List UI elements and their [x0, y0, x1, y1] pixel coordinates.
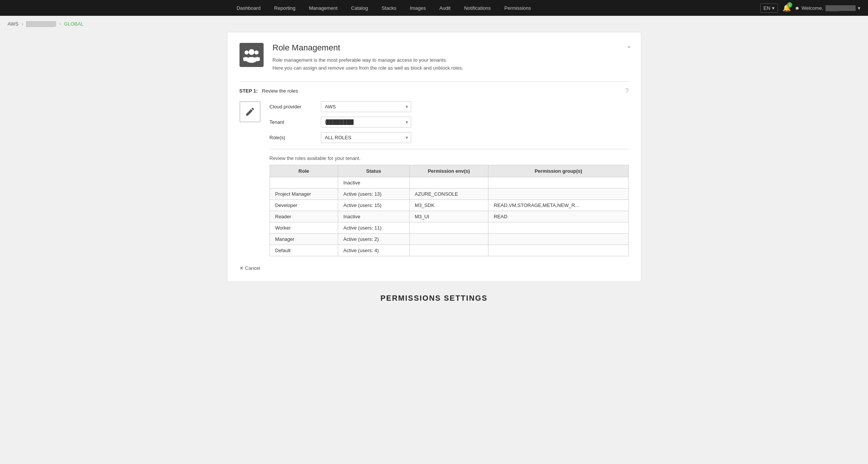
cell-status: Inactive — [338, 211, 409, 222]
table-body: InactiveProject ManagerActive (users: 13… — [270, 177, 628, 256]
table-row[interactable]: ReaderInactiveM3_UIREAD — [270, 211, 628, 222]
svg-point-2 — [244, 50, 249, 55]
roles-select-wrapper: ALL ROLES — [321, 132, 411, 143]
cell-perm_group — [488, 177, 628, 188]
cell-role: Reader — [270, 211, 338, 222]
cell-role: Worker — [270, 222, 338, 233]
cloud-provider-row: Cloud provider AWS — [270, 101, 629, 112]
cell-perm_env: M3_SDK — [409, 199, 488, 211]
card-text: Role Management Role management is the m… — [273, 43, 464, 72]
footer-section: PERMISSIONS SETTINGS — [8, 282, 860, 310]
cell-role: Developer — [270, 199, 338, 211]
role-management-card: ⌄ Role Management Role management is the… — [227, 32, 641, 282]
user-menu[interactable]: ● Welcome, ████ ▾ — [795, 4, 860, 12]
nav-item-audit[interactable]: Audit — [433, 0, 458, 16]
cell-perm_env — [409, 245, 488, 256]
roles-select[interactable]: ALL ROLES — [321, 132, 411, 143]
user-name-redacted: ████ — [825, 5, 856, 11]
breadcrumb-tenant[interactable]: ████████ — [26, 21, 56, 27]
chevron-down-icon: ▾ — [772, 5, 775, 11]
cell-perm_group — [488, 188, 628, 199]
table-row[interactable]: Inactive — [270, 177, 628, 188]
table-row[interactable]: DeveloperActive (users: 15)M3_SDKREAD,VM… — [270, 199, 628, 211]
cell-perm_env — [409, 233, 488, 245]
cloud-provider-label: Cloud provider — [270, 104, 315, 110]
cell-perm_env: M3_UI — [409, 211, 488, 222]
nav-item-images[interactable]: Images — [403, 0, 433, 16]
main-content: ⌄ Role Management Role management is the… — [0, 32, 868, 318]
nav-item-permissions[interactable]: Permissions — [497, 0, 538, 16]
cloud-provider-select-wrapper: AWS — [321, 101, 411, 112]
breadcrumb-section[interactable]: GLOBAL — [64, 21, 84, 27]
table-row[interactable]: WorkerActive (users: 11) — [270, 222, 628, 233]
breadcrumb-sep-1: › — [21, 21, 23, 27]
role-management-icon — [240, 43, 264, 67]
nav-item-dashboard[interactable]: Dashboard — [230, 0, 267, 16]
nav-item-reporting[interactable]: Reporting — [267, 0, 302, 16]
notifications-bell[interactable]: 🔔 2 — [783, 4, 791, 12]
cell-perm_group: READ — [488, 211, 628, 222]
cancel-link[interactable]: ✕ Cancel — [240, 265, 260, 271]
top-navigation: Dashboard Reporting Management Catalog S… — [0, 0, 868, 16]
table-row[interactable]: Project ManagerActive (users: 13)AZURE_C… — [270, 188, 628, 199]
lang-label: EN — [764, 5, 770, 11]
cloud-provider-select[interactable]: AWS — [321, 101, 411, 112]
help-icon[interactable]: ? — [625, 88, 629, 94]
col-perm-env: Permission env(s) — [409, 165, 488, 177]
review-text: Review the roles available for your tena… — [270, 155, 629, 161]
step1-header: STEP 1: Review the roles ? — [240, 88, 629, 94]
cell-role: Default — [270, 245, 338, 256]
cell-role: Manager — [270, 233, 338, 245]
tenant-select[interactable]: l████████ — [321, 117, 411, 128]
cell-status: Active (users: 4) — [338, 245, 409, 256]
col-perm-group: Permission group(s) — [488, 165, 628, 177]
users-group-icon — [243, 47, 260, 63]
cell-perm_group: READ,VM,STORAGE,META,NEW_R... — [488, 199, 628, 211]
roles-row: Role(s) ALL ROLES — [270, 132, 629, 143]
tenant-row: Tenant l████████ — [270, 117, 629, 128]
cell-status: Active (users: 11) — [338, 222, 409, 233]
breadcrumb-aws[interactable]: AWS — [8, 21, 18, 27]
cancel-label: Cancel — [245, 265, 260, 271]
cell-perm_env — [409, 177, 488, 188]
tenant-select-wrapper: l████████ — [321, 117, 411, 128]
divider-2 — [270, 149, 629, 149]
table-row[interactable]: DefaultActive (users: 4) — [270, 245, 628, 256]
svg-point-0 — [249, 49, 254, 55]
nav-item-management[interactable]: Management — [302, 0, 344, 16]
step1-label: STEP 1: Review the roles — [240, 88, 298, 94]
nav-right-section: EN ▾ 🔔 2 ● Welcome, ████ ▾ — [760, 3, 861, 13]
svg-point-4 — [254, 50, 258, 55]
tenant-label: Tenant — [270, 119, 315, 125]
cell-role — [270, 177, 338, 188]
cell-role: Project Manager — [270, 188, 338, 199]
welcome-text: Welcome, — [801, 5, 823, 11]
col-role: Role — [270, 165, 338, 177]
user-avatar-icon: ● — [795, 4, 799, 12]
language-selector[interactable]: EN ▾ — [760, 3, 778, 13]
roles-label: Role(s) — [270, 135, 315, 140]
footer-title: PERMISSIONS SETTINGS — [8, 294, 860, 303]
collapse-button[interactable]: ⌄ — [626, 41, 632, 50]
breadcrumb: AWS › ████████ › GLOBAL — [0, 16, 868, 32]
user-chevron-icon: ▾ — [858, 5, 860, 11]
step-pencil-icon — [240, 101, 261, 122]
cancel-x-icon: ✕ — [240, 265, 244, 271]
cell-perm_group — [488, 245, 628, 256]
card-header: Role Management Role management is the m… — [240, 43, 629, 72]
cell-perm_env: AZURE_CONSOLE — [409, 188, 488, 199]
col-status: Status — [338, 165, 409, 177]
cell-perm_group — [488, 222, 628, 233]
card-description-line1: Role management is the most preferable w… — [273, 56, 464, 64]
nav-item-stacks[interactable]: Stacks — [375, 0, 403, 16]
nav-item-catalog[interactable]: Catalog — [344, 0, 375, 16]
notification-badge: 2 — [787, 2, 792, 8]
card-description-line2: Here you can assign and remove users fro… — [273, 64, 464, 72]
table-row[interactable]: ManagerActive (users: 2) — [270, 233, 628, 245]
step1-content: Cloud provider AWS Tenant l████████ — [240, 101, 629, 256]
nav-item-notifications[interactable]: Notifications — [457, 0, 497, 16]
cell-status: Active (users: 13) — [338, 188, 409, 199]
divider-1 — [240, 81, 629, 82]
table-header: Role Status Permission env(s) Permission… — [270, 165, 628, 177]
roles-table: Role Status Permission env(s) Permission… — [270, 165, 629, 256]
